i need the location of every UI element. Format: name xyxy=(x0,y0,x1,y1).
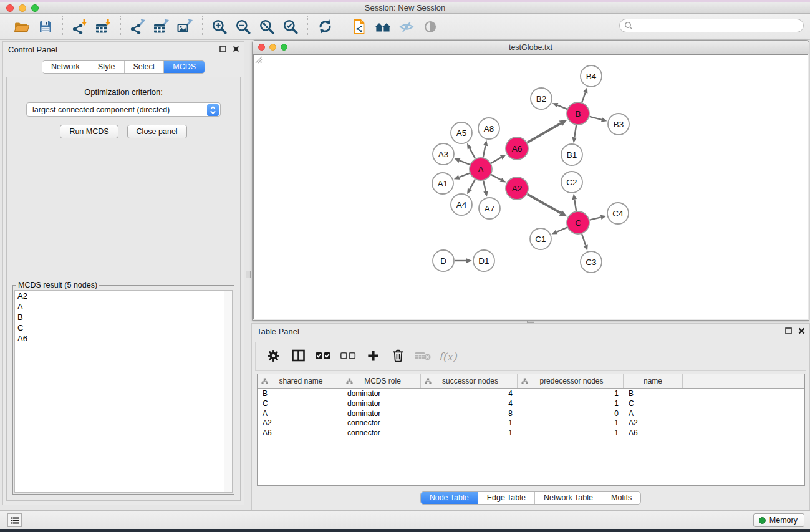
tab-select[interactable]: Select xyxy=(125,61,165,73)
check-all-button[interactable] xyxy=(312,346,334,367)
show-panel-list-button[interactable] xyxy=(7,513,22,527)
table-cell[interactable]: connector xyxy=(342,428,421,438)
export-image-button[interactable] xyxy=(173,17,197,37)
column-header-MCDS-role[interactable]: MCDS role xyxy=(342,374,421,388)
edge-B-B3[interactable] xyxy=(589,117,602,120)
close-table-panel-button[interactable] xyxy=(798,327,806,335)
edge-A2-C[interactable] xyxy=(528,194,561,213)
table-cell[interactable]: 1 xyxy=(421,428,518,438)
result-list-item[interactable]: A xyxy=(15,301,232,312)
table-cell[interactable]: 1 xyxy=(518,418,624,428)
edge-B-B1[interactable] xyxy=(574,125,576,138)
tab-edge-table[interactable]: Edge Table xyxy=(478,492,535,504)
table-cell[interactable]: 4 xyxy=(421,389,518,399)
edge-A-A1[interactable] xyxy=(459,173,470,177)
close-panel-button-secondary[interactable]: Close panel xyxy=(127,125,187,138)
criterion-select[interactable]: largest connected component (directed) xyxy=(26,102,221,117)
add-column-button[interactable] xyxy=(362,346,384,367)
edge-A-A6[interactable] xyxy=(491,157,501,163)
table-cell[interactable]: dominator xyxy=(342,389,421,399)
delete-column-button[interactable] xyxy=(387,346,409,367)
edge-B-B2[interactable] xyxy=(557,105,567,109)
edge-B-B4[interactable] xyxy=(582,92,585,102)
import-network-button[interactable] xyxy=(68,17,92,37)
table-cell[interactable]: 1 xyxy=(518,428,624,438)
table-row[interactable]: Adominator80A xyxy=(258,409,804,418)
zoom-selected-button[interactable] xyxy=(279,17,302,37)
export-network-button[interactable] xyxy=(126,17,150,37)
edge-C-C2[interactable] xyxy=(574,200,576,211)
import-table-button[interactable] xyxy=(92,17,115,37)
zoom-in-button[interactable] xyxy=(208,17,231,37)
run-mcds-button[interactable]: Run MCDS xyxy=(60,125,118,138)
table-cell[interactable]: 8 xyxy=(421,409,518,418)
table-cell[interactable]: A2 xyxy=(624,418,683,428)
memory-button[interactable]: Memory xyxy=(753,513,804,527)
column-header-shared-name[interactable]: shared name xyxy=(258,374,342,388)
table-row[interactable]: A6connector11A6 xyxy=(258,428,804,438)
table-cell[interactable]: connector xyxy=(342,418,421,428)
table-cell[interactable]: dominator xyxy=(342,409,421,418)
column-header-predecessor-nodes[interactable]: predecessor nodes xyxy=(518,374,624,388)
edge-A-A8[interactable] xyxy=(483,145,486,157)
tab-network[interactable]: Network xyxy=(42,61,89,73)
result-list-item[interactable]: C xyxy=(15,322,232,333)
edge-A-A4[interactable] xyxy=(470,180,475,190)
function-builder-button[interactable]: f(x) xyxy=(436,346,459,367)
table-cell[interactable]: 1 xyxy=(421,418,518,428)
vertical-split-grip[interactable] xyxy=(246,271,251,278)
edge-C-C3[interactable] xyxy=(582,234,586,245)
result-list-item[interactable]: A6 xyxy=(15,333,232,344)
edge-A-A7[interactable] xyxy=(483,181,486,191)
table-cell[interactable]: C xyxy=(624,399,683,409)
uncheck-all-button[interactable] xyxy=(337,346,359,367)
table-row[interactable]: A2connector11A2 xyxy=(258,418,804,428)
refresh-layout-button[interactable] xyxy=(313,17,337,37)
result-list-item[interactable]: A2 xyxy=(15,291,232,301)
table-cell[interactable]: 1 xyxy=(518,399,624,409)
bird-eye-view-button[interactable] xyxy=(395,17,418,37)
table-cell[interactable]: C xyxy=(258,399,342,409)
result-list-item[interactable]: B xyxy=(15,312,232,322)
toggle-columns-button[interactable] xyxy=(287,346,309,367)
table-cell[interactable]: A6 xyxy=(624,428,683,438)
float-table-panel-button[interactable] xyxy=(784,327,793,335)
edge-A6-B[interactable] xyxy=(527,123,561,143)
copy-network-button[interactable] xyxy=(347,17,371,37)
table-cell[interactable]: 0 xyxy=(518,409,624,418)
resize-grip-icon[interactable] xyxy=(254,55,263,64)
table-cell[interactable]: dominator xyxy=(342,399,421,409)
column-header-name[interactable]: name xyxy=(624,374,683,388)
float-panel-button[interactable] xyxy=(219,45,227,53)
table-cell[interactable]: A xyxy=(624,409,683,418)
tab-network-table[interactable]: Network Table xyxy=(535,492,602,504)
column-header-successor-nodes[interactable]: successor nodes xyxy=(421,374,518,388)
zoom-fit-button[interactable] xyxy=(255,17,279,37)
open-file-button[interactable] xyxy=(10,17,34,37)
table-row[interactable]: Cdominator41C xyxy=(258,399,804,409)
search-input[interactable] xyxy=(619,19,804,32)
table-cell[interactable]: 1 xyxy=(518,389,624,399)
tab-style[interactable]: Style xyxy=(89,61,125,73)
toggle-view-button[interactable] xyxy=(418,17,442,37)
table-cell[interactable]: B xyxy=(624,389,683,399)
edge-A-A5[interactable] xyxy=(470,148,475,159)
tab-mcds[interactable]: MCDS xyxy=(164,61,205,73)
network-window-titlebar[interactable]: testGlobe.txt xyxy=(253,41,809,54)
delete-table-button[interactable] xyxy=(412,346,434,367)
network-canvas[interactable]: B4B2BB3A8A5A6A3B1AC2A1A2A4A7C4CC1C3DD1 xyxy=(253,54,808,319)
table-cell[interactable]: A xyxy=(258,409,342,418)
table-cell[interactable]: A2 xyxy=(258,418,342,428)
edge-C-C4[interactable] xyxy=(589,217,600,220)
zoom-out-button[interactable] xyxy=(231,17,255,37)
tab-node-table[interactable]: Node Table xyxy=(421,492,478,504)
edge-A-A2[interactable] xyxy=(491,175,501,180)
table-row[interactable]: Bdominator41B xyxy=(258,389,804,399)
edge-C-C1[interactable] xyxy=(557,228,567,232)
save-session-button[interactable] xyxy=(34,17,57,37)
result-scrollbar[interactable] xyxy=(224,291,232,492)
edge-A-A3[interactable] xyxy=(460,160,470,165)
mcds-result-list[interactable]: A2ABCA6 xyxy=(14,290,233,493)
table-cell[interactable]: 4 xyxy=(421,399,518,409)
home-view-button[interactable] xyxy=(371,17,395,37)
